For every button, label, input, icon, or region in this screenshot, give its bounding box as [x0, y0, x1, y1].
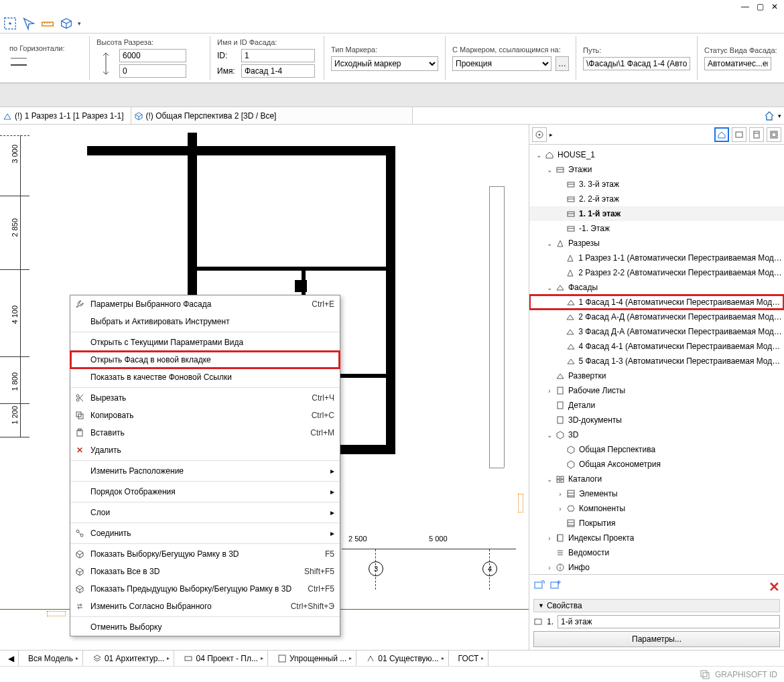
- sb-dimstyle[interactable]: ГОСТ▸: [454, 651, 489, 666]
- path-input[interactable]: [583, 57, 690, 70]
- tree-item[interactable]: 1 Фасад 1-4 (Автоматически Перестраиваем…: [529, 295, 784, 310]
- navigator-settings-icon[interactable]: [532, 127, 547, 142]
- tree-twisty-icon[interactable]: ⌄: [545, 166, 553, 174]
- tree-item[interactable]: ›Элементы: [529, 486, 784, 501]
- marker-ref-more-button[interactable]: …: [556, 56, 569, 71]
- tree-item[interactable]: Развертки: [529, 368, 784, 383]
- sb-renovation[interactable]: 01 Существую...▸: [362, 651, 448, 666]
- menu-item[interactable]: Показать в качестве Фоновой Ссылки: [70, 368, 340, 386]
- menu-item[interactable]: Изменить Согласно ВыбранногоCtrl+Shift+Э: [70, 598, 340, 615]
- menu-item[interactable]: КопироватьCtrl+C: [70, 407, 340, 424]
- menu-item[interactable]: Открыть с Текущими Параметрами Вида: [70, 334, 340, 351]
- tree-item[interactable]: ›Рабочие Листы: [529, 383, 784, 398]
- menu-item[interactable]: Параметры Выбранного ФасадаCtrl+E: [70, 295, 340, 313]
- tree-item[interactable]: Покрытия: [529, 516, 784, 531]
- context-menu[interactable]: Параметры Выбранного ФасадаCtrl+EВыбрать…: [70, 295, 340, 636]
- tree-item[interactable]: ⌄HOUSE_1: [529, 147, 784, 162]
- tree-twisty-icon[interactable]: ⌄: [545, 240, 553, 247]
- tree-twisty-icon[interactable]: ⌄: [535, 151, 543, 159]
- parameters-button[interactable]: Параметры...: [533, 631, 780, 647]
- menu-item[interactable]: Показать Все в 3DShift+F5: [70, 563, 340, 580]
- menu-item[interactable]: Открыть Фасад в новой вкладке: [70, 351, 340, 368]
- tree-item[interactable]: ⌄Фасады: [529, 280, 784, 295]
- minimize-button[interactable]: —: [738, 1, 752, 12]
- tree-item[interactable]: Ведомости: [529, 545, 784, 560]
- tree-item[interactable]: 3 Фасад Д-А (Автоматически Перестраиваем…: [529, 324, 784, 339]
- sb-layers[interactable]: 01 Архитектур...▸: [88, 651, 175, 666]
- tree-twisty-icon[interactable]: ›: [545, 535, 553, 542]
- tree-twisty-icon[interactable]: ›: [545, 564, 553, 571]
- properties-header[interactable]: Свойства: [533, 599, 780, 612]
- new-view-icon[interactable]: [533, 579, 545, 591]
- navigator-toolbar-dropdown[interactable]: ▸: [549, 131, 553, 138]
- tab-3d[interactable]: (!) Общая Перспектива 2 [3D / Все]: [131, 107, 413, 125]
- handle-right[interactable]: [518, 494, 523, 513]
- tree-item[interactable]: ⌄Разрезы: [529, 236, 784, 251]
- tree-twisty-icon[interactable]: ⌄: [545, 284, 553, 291]
- marker-type-select[interactable]: Исходный маркер: [331, 56, 438, 71]
- navigator-layout-book-icon[interactable]: [749, 127, 764, 142]
- tree-item[interactable]: 1. 1-й этаж: [529, 206, 784, 221]
- id-input[interactable]: [241, 49, 315, 62]
- menu-item[interactable]: Порядок Отображения▸: [70, 483, 340, 500]
- arrow-icon[interactable]: [21, 16, 36, 31]
- close-window-button[interactable]: ✕: [768, 1, 781, 12]
- tab-dropdown-icon[interactable]: ▾: [778, 113, 781, 119]
- menu-item[interactable]: ✕Удалить: [70, 441, 340, 459]
- menu-item[interactable]: Выбрать и Активировать Инструмент: [70, 313, 340, 330]
- sb-mvo[interactable]: Упрощенный ...▸: [273, 651, 356, 666]
- tree-twisty-icon[interactable]: ›: [556, 490, 564, 498]
- menu-item[interactable]: Соединить▸: [70, 525, 340, 542]
- tree-twisty-icon[interactable]: ›: [556, 505, 564, 513]
- tree-item[interactable]: ⌄Каталоги: [529, 472, 784, 486]
- horizontal-settings-icon[interactable]: [9, 55, 29, 72]
- sb-scale[interactable]: 04 Проект - Пл...▸: [180, 651, 268, 666]
- height-top-input[interactable]: [119, 49, 186, 62]
- navigator-project-map-icon[interactable]: [714, 127, 729, 142]
- handle-left[interactable]: [47, 611, 66, 616]
- tree-item[interactable]: -1. Этаж: [529, 221, 784, 236]
- tree-item[interactable]: 5 Фасад 1-3 (Автоматически Перестраиваем…: [529, 354, 784, 368]
- tree-item[interactable]: 2 Разрез 2-2 (Автоматически Перестраивае…: [529, 265, 784, 280]
- sb-arrow-left[interactable]: ◀: [4, 651, 19, 666]
- menu-item[interactable]: ВставитьCtrl+M: [70, 424, 340, 441]
- delete-view-icon[interactable]: ✕: [769, 579, 780, 595]
- menu-item[interactable]: Изменить Расположение▸: [70, 462, 340, 480]
- tree-item[interactable]: 2. 2-й этаж: [529, 192, 784, 206]
- tree-item[interactable]: ›Компоненты: [529, 501, 784, 516]
- name-input[interactable]: [241, 64, 315, 78]
- menu-item[interactable]: Слои▸: [70, 504, 340, 521]
- tree-item[interactable]: 1 Разрез 1-1 (Автоматически Перестраивае…: [529, 251, 784, 265]
- tree-item[interactable]: ›Инфо: [529, 560, 784, 574]
- tree-item[interactable]: ›Индексы Проекта: [529, 531, 784, 545]
- tab-section[interactable]: (!) 1 Разрез 1-1 [1 Разрез 1-1]: [0, 107, 131, 125]
- navigator-publisher-icon[interactable]: [767, 127, 781, 142]
- cube-icon[interactable]: [59, 16, 74, 31]
- menu-item[interactable]: ВырезатьCtrl+Ч: [70, 389, 340, 407]
- tree-item[interactable]: 2 Фасад А-Д (Автоматически Перестраиваем…: [529, 310, 784, 324]
- graphisoft-id-label[interactable]: GRAPHISOFT ID: [715, 670, 777, 679]
- tree-twisty-icon[interactable]: ›: [545, 387, 553, 395]
- menu-item[interactable]: Показать Выборку/Бегущую Рамку в 3DF5: [70, 545, 340, 563]
- sb-model[interactable]: Вся Модель▸: [24, 651, 83, 666]
- tab-home-icon[interactable]: [763, 110, 775, 122]
- tree-item[interactable]: Общая Аксонометрия: [529, 457, 784, 472]
- menu-item[interactable]: Отменить Выборку: [70, 618, 340, 636]
- tree-item[interactable]: 3D-документы: [529, 413, 784, 427]
- maximize-button[interactable]: ▢: [753, 1, 767, 12]
- tree-twisty-icon[interactable]: ⌄: [545, 476, 553, 483]
- navigator-view-map-icon[interactable]: [732, 127, 746, 142]
- tree-twisty-icon[interactable]: ⌄: [545, 431, 553, 439]
- clone-view-icon[interactable]: [549, 579, 562, 591]
- menu-item[interactable]: Показать Предыдущую Выборку/Бегущую Рамк…: [70, 580, 340, 598]
- height-bottom-input[interactable]: [119, 64, 186, 78]
- measure-icon[interactable]: [40, 16, 55, 31]
- status-input[interactable]: [704, 57, 771, 70]
- marker-ref-select[interactable]: Проекция: [452, 56, 551, 71]
- tree-item[interactable]: ⌄Этажи: [529, 162, 784, 177]
- tree-item[interactable]: Общая Перспектива: [529, 442, 784, 457]
- tree-item[interactable]: ⌄3D: [529, 427, 784, 442]
- navigator-tree[interactable]: ⌄HOUSE_1⌄Этажи3. 3-й этаж2. 2-й этаж1. 1…: [529, 145, 784, 574]
- tree-item[interactable]: 3. 3-й этаж: [529, 177, 784, 192]
- tree-item[interactable]: Детали: [529, 398, 784, 413]
